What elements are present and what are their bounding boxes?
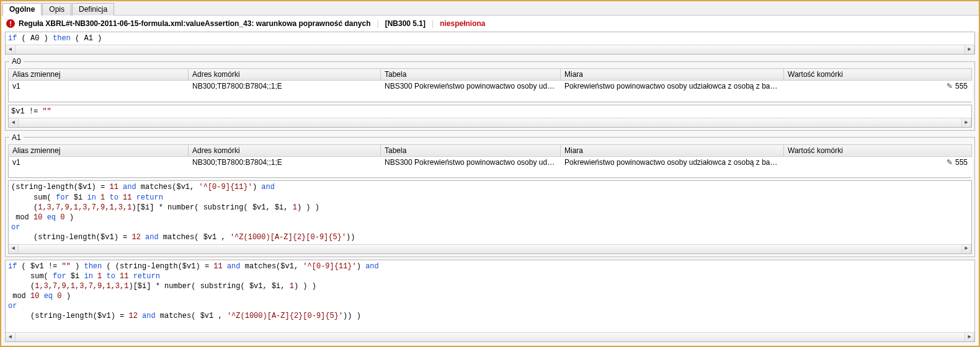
cell-measure: Pokrewieństwo powinowactwo osoby udziało… [561,81,784,92]
separator: | [375,19,381,28]
scroll-track[interactable] [16,45,964,54]
cell-table: NBS300 Pokrewieństwo powinowactwo osoby … [381,81,561,92]
col-table[interactable]: Tabela [381,69,561,81]
scroll-left-icon[interactable]: ◄ [6,333,16,341]
scroll-right-icon[interactable]: ► [964,333,974,341]
rule-code: [NB300 5.1] [385,19,425,28]
scroll-right-icon[interactable]: ► [961,118,971,127]
group-a0: A0 Alias zmiennej Adres komórki Tabela M… [5,57,975,131]
scrollbar[interactable]: ◄ ► [6,332,974,341]
cell-table: NBS300 Pokrewieństwo powinowactwo osoby … [381,156,561,168]
table-row-blank [9,168,972,178]
col-alias[interactable]: Alias zmiennej [9,144,189,156]
a0-condition-box: $v1 != "" ◄ ► [8,105,972,128]
error-icon: ! [6,19,15,28]
rule-status: niespełniona [440,19,485,28]
a1-formula-box: (string-length($v1) = 11 and matches($v1… [8,180,972,253]
group-a1: A1 Alias zmiennej Adres komórki Tabela M… [5,133,975,257]
window-frame: Ogólne Opis Definicja ! Reguła XBRL#t-NB… [0,0,980,347]
tab-definition[interactable]: Definicja [72,3,114,15]
scroll-right-icon[interactable]: ► [964,45,974,54]
col-addr[interactable]: Adres komórki [189,69,381,81]
bottom-formula[interactable]: if ( $v1 != "" ) then ( (string-length($… [6,260,974,333]
scrollbar[interactable]: ◄ ► [9,244,971,253]
cell-addr: NB300;TB7800:B7804;;1;E [189,81,381,92]
col-alias[interactable]: Alias zmiennej [9,69,189,81]
scroll-track[interactable] [19,118,961,127]
a1-table: Alias zmiennej Adres komórki Tabela Miar… [8,144,972,178]
scroll-left-icon[interactable]: ◄ [6,45,16,54]
cell-alias: v1 [9,81,189,92]
col-value[interactable]: Wartość komórki [784,144,972,156]
rule-title: Reguła XBRL#t-NB300-2011-06-15-formula.x… [19,19,371,28]
table-row[interactable]: v1 NB300;TB7800:B7804;;1;E NBS300 Pokrew… [9,156,972,168]
a0-table: Alias zmiennej Adres komórki Tabela Miar… [8,68,972,102]
scroll-left-icon[interactable]: ◄ [9,118,19,127]
scrollbar[interactable]: ◄ ► [9,118,971,127]
top-formula-box: if ( A0 ) then ( A1 ) ◄ ► [5,32,975,55]
table-header-row: Alias zmiennej Adres komórki Tabela Miar… [9,69,972,81]
rule-header: ! Reguła XBRL#t-NB300-2011-06-15-formula… [1,15,979,32]
scroll-track[interactable] [19,245,961,253]
group-a1-legend: A1 [9,133,24,142]
scroll-right-icon[interactable]: ► [961,245,971,253]
content-area: if ( A0 ) then ( A1 ) ◄ ► A0 Alias zmien… [1,32,979,346]
col-measure[interactable]: Miara [561,69,784,81]
tab-strip: Ogólne Opis Definicja [1,1,979,15]
a0-condition[interactable]: $v1 != "" [9,105,971,118]
cell-value: ✎555 [784,81,972,92]
edit-icon[interactable]: ✎ [947,158,953,167]
col-addr[interactable]: Adres komórki [189,144,381,156]
tab-general[interactable]: Ogólne [2,3,42,15]
table-header-row: Alias zmiennej Adres komórki Tabela Miar… [9,144,972,156]
scrollbar[interactable]: ◄ ► [6,45,974,54]
edit-icon[interactable]: ✎ [947,82,953,90]
bottom-formula-box: if ( $v1 != "" ) then ( (string-length($… [5,260,975,343]
table-row-blank [9,92,972,102]
col-value[interactable]: Wartość komórki [784,69,972,81]
separator: | [429,19,436,28]
scroll-track[interactable] [16,333,964,341]
group-a0-legend: A0 [9,57,24,66]
cell-alias: v1 [9,156,189,168]
cell-measure: Pokrewieństwo powinowactwo osoby udziało… [561,156,784,168]
table-row[interactable]: v1 NB300;TB7800:B7804;;1;E NBS300 Pokrew… [9,81,972,92]
col-measure[interactable]: Miara [561,144,784,156]
scroll-left-icon[interactable]: ◄ [9,245,19,253]
col-table[interactable]: Tabela [381,144,561,156]
cell-value: ✎555 [784,156,972,168]
cell-addr: NB300;TB7800:B7804;;1;E [189,156,381,168]
top-formula[interactable]: if ( A0 ) then ( A1 ) [6,32,974,45]
tab-description[interactable]: Opis [42,3,71,15]
a1-formula[interactable]: (string-length($v1) = 11 and matches($v1… [9,181,971,244]
